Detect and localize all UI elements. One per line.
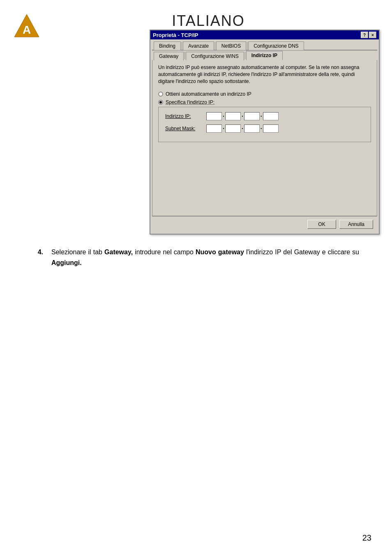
- subnet-segment-2[interactable]: [225, 124, 241, 133]
- instruction-number: 4.: [33, 247, 43, 258]
- subnet-mask-label: Subnet Mask:: [165, 126, 206, 131]
- ip-segment-3[interactable]: [244, 112, 260, 120]
- dialog-body: Binding Avanzate NetBIOS Configurazione …: [150, 39, 379, 234]
- tab-avanzate[interactable]: Avanzate: [183, 41, 214, 50]
- subnet-dot-1: ·: [222, 125, 225, 132]
- tab-separator-4: [184, 52, 185, 59]
- ip-dot-1: ·: [222, 113, 225, 120]
- subnet-dot-2: ·: [241, 125, 244, 132]
- subnet-segment-4[interactable]: [263, 124, 279, 133]
- subnet-segment-1[interactable]: [206, 124, 222, 133]
- help-button[interactable]: ?: [361, 32, 368, 38]
- svg-text:A: A: [23, 23, 31, 36]
- header-section: A ITALIANO Proprietà - TCP/IP ? ×: [12, 12, 380, 235]
- tab-separator-1: [182, 42, 182, 49]
- instruction-item-4: 4. Selezionare il tab Gateway, introdure…: [33, 247, 359, 268]
- dialog-title: Proprietà - TCP/IP: [153, 32, 198, 38]
- logo-icon: A: [12, 12, 41, 41]
- radio-auto-label: Ottieni automaticamente un indirizzo IP: [166, 91, 251, 97]
- radio-auto-option[interactable]: Ottieni automaticamente un indirizzo IP: [158, 91, 371, 97]
- tab-netbios[interactable]: NetBIOS: [216, 41, 246, 50]
- dialog-window: Proprietà - TCP/IP ? × Binding: [150, 30, 380, 235]
- ip-segment-4[interactable]: [263, 112, 279, 120]
- cancel-button[interactable]: Annulla: [339, 220, 373, 229]
- subnet-mask-input-group: · · ·: [206, 124, 279, 133]
- tab-separator-3: [247, 42, 247, 49]
- instruction-text: Selezionare il tab Gateway, introdure ne…: [51, 247, 359, 268]
- tab-separator-5: [245, 52, 245, 59]
- close-button[interactable]: ×: [369, 32, 376, 38]
- content-area: Un indirizzo IP può essere assegnato aut…: [152, 60, 377, 216]
- ip-dot-2: ·: [241, 113, 244, 120]
- tabs-row-1: Binding Avanzate NetBIOS Configurazione …: [152, 41, 377, 51]
- ip-segment-2[interactable]: [225, 112, 241, 120]
- indirizzo-ip-input-group: · · ·: [206, 112, 279, 120]
- top-right-area: ITALIANO Proprietà - TCP/IP ? × B: [41, 12, 380, 235]
- ok-button[interactable]: OK: [307, 220, 336, 229]
- page-container: A ITALIANO Proprietà - TCP/IP ? ×: [0, 0, 392, 555]
- radio-manual-option[interactable]: Specifica l'indirizzo IP:: [158, 99, 371, 105]
- tab-wins[interactable]: Configurazione WINS: [186, 52, 244, 60]
- specifica-indirizzo-box: Indirizzo IP: · · ·: [158, 107, 371, 142]
- dialog-titlebar: Proprietà - TCP/IP ? ×: [150, 30, 379, 39]
- ip-segment-1[interactable]: [206, 112, 222, 120]
- subnet-segment-3[interactable]: [244, 124, 260, 133]
- instruction-section: 4. Selezionare il tab Gateway, introdure…: [33, 247, 359, 268]
- indirizzo-ip-label: Indirizzo IP:: [165, 113, 206, 119]
- tab-gateway[interactable]: Gateway: [154, 52, 184, 60]
- ip-dot-3: ·: [260, 113, 263, 120]
- radio-manual-label: Specifica l'indirizzo IP:: [166, 99, 214, 105]
- subnet-dot-3: ·: [260, 125, 263, 132]
- tab-separator-2: [215, 42, 215, 49]
- tab-binding[interactable]: Binding: [154, 41, 181, 50]
- titlebar-buttons: ? ×: [361, 32, 376, 38]
- tab-dns[interactable]: Configurazione DNS: [248, 41, 304, 50]
- page-number: 23: [362, 533, 371, 543]
- indirizzo-ip-row: Indirizzo IP: · · ·: [165, 112, 364, 120]
- subnet-mask-row: Subnet Mask: · · ·: [165, 124, 364, 133]
- language-label: ITALIANO: [172, 12, 244, 30]
- logo-area: A: [12, 12, 41, 43]
- tabs-row-2: Gateway Configurazione WINS Indirizzo IP: [152, 51, 377, 60]
- description-text: Un indirizzo IP può essere assegnato aut…: [158, 64, 371, 85]
- tab-indirizzo-ip[interactable]: Indirizzo IP: [246, 51, 283, 60]
- radio-auto-icon: [158, 92, 163, 97]
- radio-manual-icon: [158, 100, 163, 105]
- dialog-footer: OK Annulla: [152, 216, 377, 232]
